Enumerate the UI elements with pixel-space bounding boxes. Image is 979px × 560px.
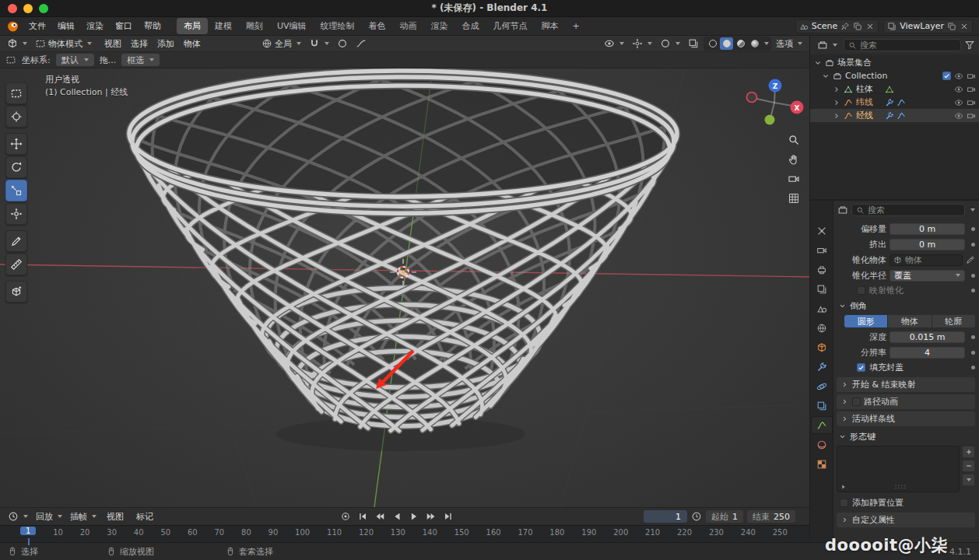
bevel-section-header[interactable]: 倒角 <box>837 298 975 313</box>
gizmos-dropdown[interactable] <box>629 37 655 51</box>
shading-material-button[interactable] <box>734 37 747 50</box>
scale-tool[interactable] <box>5 180 27 201</box>
shading-rendered-button[interactable] <box>748 37 761 50</box>
scene-selector[interactable]: Scene <box>795 19 879 33</box>
taper-object-field[interactable]: 物体 <box>890 254 963 266</box>
tab-object-data[interactable] <box>812 417 832 433</box>
menu-help[interactable]: 帮助 <box>139 18 167 34</box>
chevron-right-icon[interactable] <box>832 111 841 121</box>
camera-view-icon[interactable] <box>789 177 798 181</box>
zoom-window-button[interactable] <box>39 4 48 13</box>
transform-orientation-dropdown[interactable]: 全局 <box>258 37 304 51</box>
menu-file[interactable]: 文件 <box>23 18 51 34</box>
viewport-options-dropdown[interactable]: 选项 <box>773 37 805 51</box>
tab-render[interactable] <box>812 242 832 258</box>
proportional-editing-toggle[interactable] <box>334 37 351 51</box>
play-button[interactable] <box>406 510 422 523</box>
viewport-menu-view[interactable]: 视图 <box>100 37 126 51</box>
annotate-tool[interactable] <box>5 230 27 252</box>
animate-dot[interactable] <box>971 274 975 278</box>
timeline-menu-marker[interactable]: 标记 <box>131 509 159 525</box>
pan-hand-icon[interactable] <box>789 156 796 164</box>
tab-tool[interactable] <box>812 222 832 239</box>
list-resize-grip[interactable]: ∷∷ <box>847 483 956 491</box>
bevel-resolution-field[interactable]: 4 <box>890 347 965 359</box>
measure-tool[interactable] <box>5 254 27 275</box>
frame-start-field[interactable]: 起始1 <box>706 510 743 523</box>
workspace-tab-animation[interactable]: 动画 <box>393 18 424 34</box>
workspace-tab-uv-editing[interactable]: UV编辑 <box>270 18 314 34</box>
offset-field[interactable]: 0 m <box>890 223 965 235</box>
move-tool[interactable] <box>5 133 27 155</box>
menu-window[interactable]: 窗口 <box>110 18 138 34</box>
viewport-menu-object[interactable]: 物体 <box>179 37 205 51</box>
unlink-scene-icon[interactable] <box>865 22 875 31</box>
shading-wireframe-button[interactable] <box>706 37 719 50</box>
pin-icon[interactable] <box>840 22 850 31</box>
tab-physics[interactable] <box>812 378 832 394</box>
outliner-row-warp[interactable]: 经线 <box>810 109 979 122</box>
timeline-ruler[interactable]: 1 10 20 30 40 50 60 70 80 90 100 110 120… <box>0 525 809 542</box>
workspace-tab-compositing[interactable]: 合成 <box>455 18 486 34</box>
add-rest-position-checkbox[interactable] <box>840 499 848 507</box>
auto-keying-button[interactable] <box>338 510 353 523</box>
overlays-dropdown[interactable] <box>657 37 683 51</box>
tab-material[interactable] <box>812 436 832 453</box>
select-box-tool[interactable] <box>5 82 27 104</box>
animate-dot[interactable] <box>971 366 975 369</box>
viewport-menu-select[interactable]: 选择 <box>126 37 153 51</box>
chevron-right-icon[interactable] <box>832 85 841 94</box>
collection-checkbox[interactable] <box>942 72 951 80</box>
tab-world[interactable] <box>812 320 832 336</box>
active-spline-section[interactable]: 活动样条线 <box>837 411 975 426</box>
close-window-button[interactable] <box>8 4 17 13</box>
menu-render[interactable]: 渲染 <box>81 18 109 34</box>
bevel-round-button[interactable]: 圆形 <box>844 315 887 327</box>
custom-properties-section[interactable]: 自定义属性 <box>837 513 975 527</box>
add-shape-key-button[interactable] <box>962 446 975 458</box>
bevel-object-button[interactable]: 物体 <box>888 315 931 327</box>
blender-logo-icon[interactable] <box>6 19 19 33</box>
tab-scene[interactable] <box>812 300 832 317</box>
chevron-down-icon[interactable] <box>821 72 830 81</box>
outliner-search-input[interactable]: 搜索 <box>844 39 961 51</box>
viewport-menu-add[interactable]: 添加 <box>153 37 179 51</box>
zoom-tool-icon[interactable] <box>790 136 798 145</box>
add-workspace-button[interactable]: + <box>566 19 587 33</box>
path-animation-section[interactable]: 路径动画 <box>837 394 975 409</box>
add-cube-tool[interactable] <box>5 281 27 303</box>
prev-keyframe-button[interactable] <box>372 510 388 523</box>
drag-mode-dropdown[interactable]: 框选 <box>121 54 160 66</box>
view-layer-selector[interactable]: ViewLayer <box>883 19 973 33</box>
tab-modifiers[interactable] <box>812 359 832 375</box>
next-keyframe-button[interactable] <box>423 510 439 523</box>
outliner-editor-selector[interactable] <box>814 38 840 52</box>
properties-search-input[interactable]: 搜索 <box>851 204 965 216</box>
use-preview-range-icon[interactable] <box>691 511 702 522</box>
current-frame-field[interactable]: 1 <box>644 510 687 523</box>
workspace-tab-sculpting[interactable]: 雕刻 <box>239 18 270 34</box>
proportional-falloff-dropdown[interactable] <box>353 37 370 51</box>
animate-dot[interactable] <box>971 227 975 231</box>
shape-keys-section-header[interactable]: 形态键 <box>837 429 975 444</box>
eyedropper-icon[interactable] <box>966 255 975 264</box>
frame-end-field[interactable]: 结束250 <box>747 510 795 523</box>
coord-system-dropdown[interactable]: 默认 <box>56 54 94 66</box>
timeline-editor-selector[interactable] <box>5 509 31 523</box>
timeline-menu-view[interactable]: 视图 <box>101 509 129 525</box>
jump-to-end-button[interactable] <box>440 510 456 523</box>
workspace-tab-rendering[interactable]: 渲染 <box>424 18 455 34</box>
cursor-tool[interactable] <box>5 106 27 128</box>
mode-selector[interactable]: 物体模式 <box>32 37 95 51</box>
remove-shape-key-button[interactable] <box>962 460 975 472</box>
render-visibility-icon[interactable] <box>967 72 976 81</box>
start-end-mapping-section[interactable]: 开始 & 结束映射 <box>837 377 975 392</box>
animate-dot[interactable] <box>971 335 975 339</box>
editor-type-selector[interactable] <box>4 37 30 51</box>
tab-output[interactable] <box>812 261 832 278</box>
shape-keys-list[interactable]: ∷∷ <box>837 446 960 492</box>
minimize-window-button[interactable] <box>23 4 33 13</box>
extrude-field[interactable]: 0 m <box>890 239 965 250</box>
bevel-depth-field[interactable]: 0.015 m <box>890 331 965 343</box>
workspace-tab-modeling[interactable]: 建模 <box>208 18 239 34</box>
